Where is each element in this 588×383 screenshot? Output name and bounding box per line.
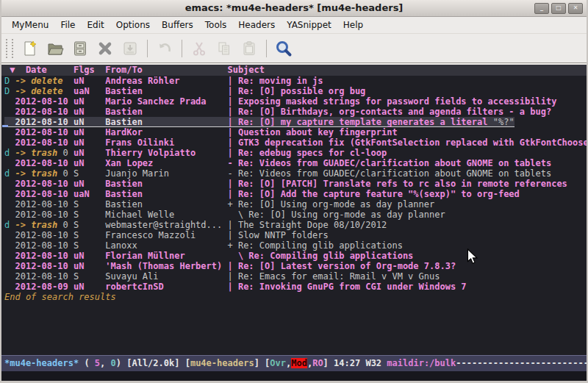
toolbar-grip[interactable] — [6, 39, 13, 58]
message-row[interactable]: 2012-08-10 S Francesco Mazzoli | Slow NN… — [4, 230, 587, 240]
new-file-icon — [21, 40, 39, 57]
copy-button — [212, 37, 237, 60]
undo-icon — [156, 40, 173, 57]
modeline-segment-ro: RO — [312, 358, 323, 368]
search-icon — [275, 40, 293, 57]
message-row[interactable]: D -> delete uaN Bastien | Re: [O] possib… — [4, 86, 587, 96]
save-buffer-button — [118, 37, 143, 60]
message-row[interactable]: 2012-08-10 uN Mario Sanchez Prada | Expo… — [4, 96, 587, 107]
toolbar-separator — [182, 40, 182, 57]
message-row[interactable]: 2012-08-10 uN Bastien | Re: [O] Birthday… — [4, 107, 587, 117]
dired-button[interactable] — [68, 37, 93, 60]
close-button[interactable]: ✕ — [568, 3, 583, 14]
menu-bar: MyMenuFileEditOptionsBuffersToolsHeaders… — [1, 17, 587, 34]
save-icon — [121, 40, 139, 57]
menu-item-options[interactable]: Options — [110, 18, 156, 32]
file-cabinet-icon — [71, 40, 89, 57]
menu-item-yasnippet[interactable]: YASnippet — [281, 18, 337, 32]
toolbar-separator — [266, 40, 267, 57]
modeline-segment-plain: ] [ — [254, 358, 270, 368]
message-list: D -> delete uN Andreas Röhler | Re: movi… — [1, 76, 587, 292]
message-row[interactable]: D -> delete uN Andreas Röhler | Re: movi… — [4, 76, 587, 86]
text-cursor — [2, 125, 8, 127]
message-row[interactable]: 2012-08-10 uN HardKor | Question about k… — [4, 127, 587, 137]
maximize-button[interactable]: □ — [551, 3, 566, 14]
modeline-segment-plain: ) [All/2.0k] [ — [116, 358, 190, 368]
message-row[interactable]: 2012-08-10 uN Bastien | Re: [O] my captu… — [4, 117, 587, 127]
clipboard-icon — [240, 40, 258, 57]
message-row[interactable]: d -> trash 0 S Juanjo Marin - Re: Videos… — [4, 168, 587, 179]
open-file-button[interactable] — [43, 37, 68, 60]
modeline-segment-mod: Mod — [291, 358, 307, 368]
modeline-segment-mode: mu4e-headers — [190, 358, 254, 368]
message-row[interactable]: d -> trash 0 uN Thierry Volpiatto | Re: … — [4, 148, 587, 158]
message-row[interactable]: 2012-08-10 S Michael Welle \ Re: [O] Usi… — [4, 210, 587, 220]
mode-line: *mu4e-headers* ( 5, 0) [All/2.0k] [mu4e-… — [1, 355, 587, 371]
modeline-segment-plain: ] 14:27 W32 — [323, 358, 387, 368]
message-row[interactable]: 2012-08-09 uN robertcInSD | Re: Invoking… — [4, 282, 587, 292]
modeline-segment-plain: -------------------------------- — [456, 358, 587, 368]
menu-item-file[interactable]: File — [54, 18, 81, 32]
toolbar-separator — [147, 40, 148, 57]
message-row[interactable]: 2012-08-10 uN Florian Müllner \ Re: Comp… — [4, 251, 587, 261]
message-row[interactable]: 2012-08-10 S Lanoxx + Re: Compiling glib… — [4, 240, 587, 251]
new-file-button[interactable] — [18, 37, 43, 60]
copy-icon — [215, 40, 233, 57]
menu-item-help[interactable]: Help — [337, 18, 369, 32]
message-row[interactable]: d -> trash 0 S webmaster@straightd... | … — [4, 220, 587, 230]
echo-area[interactable] — [1, 371, 587, 381]
modeline-segment-plain: ( — [79, 358, 95, 368]
modeline-segment-count-b: 0 — [111, 358, 116, 368]
modeline-segment-plain: , — [100, 358, 110, 368]
modeline-segment-ovr: Ovr — [270, 358, 286, 368]
cut-button — [187, 37, 212, 60]
menu-item-edit[interactable]: Edit — [82, 18, 110, 32]
headers-column-header: ▼ Date Flgs From/To Subject — [1, 65, 587, 76]
close-x-icon — [96, 40, 114, 57]
message-row[interactable]: 2012-08-10 uN Frans Oilinki | GTK3 depre… — [4, 137, 587, 148]
menu-item-tools[interactable]: Tools — [199, 18, 233, 32]
modeline-segment-maildir: maildir:/bulk — [387, 358, 456, 368]
scissors-icon — [190, 40, 208, 57]
message-row[interactable]: 2012-08-10 uN Xan Lopez - Re: Videos fro… — [4, 158, 587, 168]
menu-item-buffers[interactable]: Buffers — [156, 18, 199, 32]
menu-item-mymenu[interactable]: MyMenu — [6, 18, 54, 32]
tool-bar — [1, 34, 587, 63]
menu-item-headers[interactable]: Headers — [232, 18, 281, 32]
message-row[interactable]: 2012-08-10 uaN Bastien | Re: [O] Add the… — [4, 189, 587, 199]
emacs-window: emacs: *mu4e-headers* [mu4e-headers] _□✕… — [0, 0, 588, 383]
mouse-pointer — [467, 248, 478, 265]
message-row[interactable]: 2012-08-10 S Bastien + Re: [O] Using org… — [4, 199, 587, 210]
message-row[interactable]: 2012-08-10 S Suvayu Ali | Re: Emacs for … — [4, 271, 587, 282]
window-controls: _□✕ — [534, 3, 583, 14]
window-title: emacs: *mu4e-headers* [mu4e-headers] — [1, 0, 587, 16]
modeline-segment-count-a: 5 — [95, 358, 100, 368]
search-button[interactable] — [271, 37, 296, 60]
mu4e-headers-buffer: ▼ Date Flgs From/To Subject D -> delete … — [1, 63, 587, 355]
message-row[interactable]: 2012-08-10 uN Bastien | Re: [O] [PATCH] … — [4, 179, 587, 189]
open-folder-icon — [46, 40, 64, 57]
end-of-search-marker: End of search results — [1, 292, 587, 302]
modeline-segment-buffer-name: *mu4e-headers* — [4, 358, 79, 368]
title-bar: emacs: *mu4e-headers* [mu4e-headers] _□✕ — [1, 0, 587, 17]
paste-button — [237, 37, 262, 60]
kill-buffer-button[interactable] — [93, 37, 118, 60]
minimize-button[interactable]: _ — [534, 3, 549, 14]
undo-button — [152, 37, 177, 60]
message-row[interactable]: 2012-08-10 uN 'Mash (Thomas Herbert) | R… — [4, 261, 587, 271]
